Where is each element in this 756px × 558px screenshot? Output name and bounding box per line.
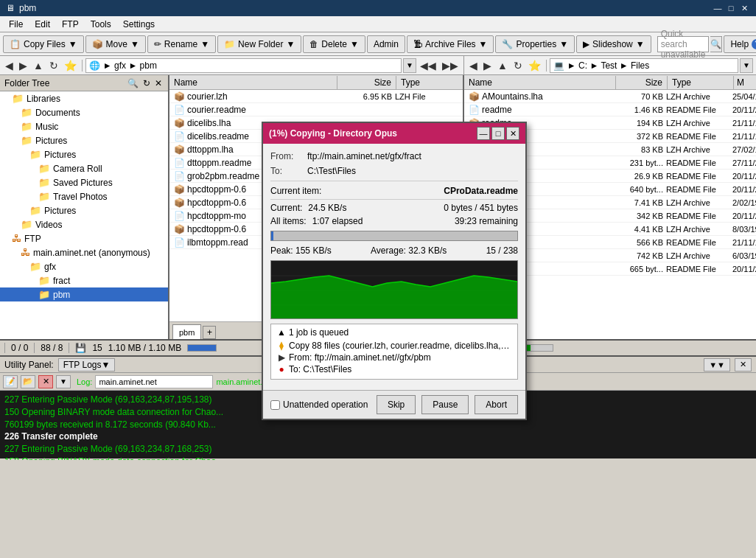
tree-item-pictures-2[interactable]: 📁 Pictures (0, 203, 168, 217)
menu-settings[interactable]: Settings (117, 18, 161, 31)
new-folder-button[interactable]: 📁 New Folder ▼ (217, 35, 301, 53)
left-col-size[interactable]: Size (337, 76, 396, 89)
copy-files-button[interactable]: 📋 Copy Files ▼ (3, 35, 84, 53)
menu-ftp[interactable]: FTP (56, 18, 85, 31)
progress-bar-container (270, 231, 518, 241)
delete-button[interactable]: 🗑 Delete ▼ (303, 35, 365, 53)
left-path-input[interactable]: 🌐 ► gfx ► pbm (85, 58, 402, 73)
util-new-button[interactable]: 📝 (3, 375, 18, 388)
tree-item-gfx[interactable]: 📁 gfx (0, 259, 168, 273)
queue-count: 1 job is queued (289, 327, 349, 338)
left-path-dropdown[interactable]: ▼ (403, 58, 416, 73)
unattended-checkbox[interactable] (270, 400, 280, 410)
dialog-current-item-value: CProData.readme (444, 186, 518, 196)
file-icon: 📄 (174, 237, 185, 248)
tree-item-fract[interactable]: 📁 fract (0, 273, 168, 287)
menu-edit[interactable]: Edit (29, 18, 56, 31)
util-close-button[interactable]: ✕ (735, 358, 752, 372)
slideshow-button[interactable]: ▶ Slideshow ▼ (576, 35, 651, 53)
dialog-restore-button[interactable]: □ (491, 127, 505, 140)
file-icon: 📦 (174, 144, 185, 155)
close-button[interactable]: ✕ (738, 2, 750, 14)
folder-icon: 📁 (29, 149, 41, 160)
move-button[interactable]: 📦 Move ▼ (85, 35, 146, 53)
right-col-extra[interactable]: M (734, 76, 756, 89)
minimize-button[interactable]: — (712, 2, 724, 14)
right-col-size[interactable]: Size (616, 76, 668, 89)
dialog-speed-row: 24.5 KB/s 0 bytes / 451 bytes (308, 203, 518, 213)
right-nav-forward[interactable]: ▶ (481, 60, 494, 72)
dialog-current-speed-row: Current: 24.5 KB/s 0 bytes / 451 bytes (270, 203, 518, 213)
tree-item-videos[interactable]: 📁 Videos (0, 217, 168, 231)
left-nav-btn2[interactable]: ▶▶ (440, 60, 461, 72)
util-collapse-button[interactable]: ▼▼ (704, 358, 730, 372)
tree-item-documents[interactable]: 📁 Documents (0, 105, 168, 119)
list-item[interactable]: 📦AMountains.lha70 KBLZH Archive25/04/199… (464, 90, 756, 103)
tree-close-button[interactable]: ✕ (153, 78, 164, 88)
pause-button[interactable]: Pause (421, 395, 469, 414)
tree-item-pbm[interactable]: 📁 pbm (0, 287, 168, 301)
tree-item-travel-photos[interactable]: 📁 Travel Photos (0, 189, 168, 203)
unattended-checkbox-row: Unattended operation (270, 400, 371, 410)
admin-button[interactable]: Admin (367, 35, 405, 53)
dialog-separator-1 (270, 181, 518, 181)
left-col-name[interactable]: Name (169, 76, 337, 89)
tree-item-music[interactable]: 📁 Music (0, 119, 168, 133)
right-path-dropdown[interactable]: ▼ (740, 58, 753, 73)
left-tab-add[interactable]: + (203, 326, 216, 339)
folder-icon: 📁 (21, 219, 32, 230)
left-nav-refresh[interactable]: ↻ (47, 60, 60, 72)
left-tab-pbm[interactable]: pbm (172, 324, 201, 339)
right-nav-star[interactable]: ⭐ (526, 60, 543, 72)
util-stop-button[interactable]: ✕ (38, 375, 53, 388)
right-nav-up[interactable]: ▲ (495, 60, 510, 72)
util-extra-button[interactable]: ▼ (56, 375, 71, 388)
util-log-dropdown[interactable]: FTP Logs ▼ (58, 358, 116, 372)
rename-button[interactable]: ✏ Rename ▼ (147, 35, 216, 53)
dialog-to-label: To: (270, 166, 307, 176)
left-nav-btn1[interactable]: ◀◀ (418, 60, 438, 72)
util-open-button[interactable]: 📂 (21, 375, 35, 388)
right-col-name[interactable]: Name (464, 76, 616, 89)
right-nav-back[interactable]: ◀ (467, 60, 480, 72)
file-icon: 📦 (174, 198, 185, 208)
skip-button[interactable]: Skip (377, 395, 416, 414)
right-path-icon: 💻 (553, 60, 564, 71)
search-icon-button[interactable]: 🔍 (710, 36, 722, 52)
abort-button[interactable]: Abort (475, 395, 518, 414)
tree-item-pictures-lib[interactable]: 📁 Pictures (0, 133, 168, 147)
tree-search-button[interactable]: 🔍 (126, 78, 140, 88)
dialog-close-button[interactable]: ✕ (506, 127, 519, 140)
file-icon: 📦 (174, 118, 185, 128)
left-nav-forward[interactable]: ▶ (17, 60, 29, 72)
help-icon: ? (752, 39, 756, 49)
properties-button[interactable]: 🔧 Properties ▼ (495, 35, 575, 53)
right-path-input[interactable]: 💻 ► C: ► Test ► Files (550, 58, 738, 73)
tree-item-pictures-sub[interactable]: 📁 Pictures (0, 147, 168, 161)
left-nav-back[interactable]: ◀ (3, 60, 15, 72)
tree-refresh-button[interactable]: ↻ (141, 78, 152, 88)
tree-item-saved-pictures[interactable]: 📁 Saved Pictures (0, 175, 168, 189)
left-nav-up[interactable]: ▲ (31, 60, 46, 72)
help-button[interactable]: Help ? (724, 35, 756, 53)
tree-item-libraries[interactable]: 📁 Libraries (0, 91, 168, 105)
tree-item-ftp[interactable]: 🖧 FTP (0, 231, 168, 245)
right-nav-refresh[interactable]: ↻ (511, 60, 525, 72)
list-item[interactable]: 📄courier.readme (169, 103, 463, 116)
tree-item-camera-roll[interactable]: 📁 Camera Roll (0, 161, 168, 175)
menu-tools[interactable]: Tools (85, 18, 117, 31)
title-bar: 🖥 pbm — □ ✕ (0, 0, 756, 16)
dialog-minimize-button[interactable]: — (477, 127, 490, 140)
tree-header-buttons: 🔍 ↻ ✕ (126, 78, 164, 88)
util-host-input[interactable] (95, 375, 213, 388)
tree-item-ftp-server[interactable]: 🖧 main.aminet.net (anonymous) (0, 245, 168, 259)
left-nav-home[interactable]: ⭐ (62, 60, 79, 72)
left-col-type[interactable]: Type (396, 76, 463, 89)
list-item[interactable]: 📦courier.lzh6.95 KBLZH File (169, 90, 463, 103)
list-item[interactable]: 📄readme1.46 KBREADME File20/11/2005 (464, 103, 756, 116)
right-col-type[interactable]: Type (668, 76, 734, 89)
left-nav: ◀ ▶ ▲ ↻ ⭐ 🌐 ► gfx ► pbm ▼ ◀◀ ▶▶ (0, 56, 464, 74)
archive-files-button[interactable]: 🗜 Archive Files ▼ (407, 35, 494, 53)
maximize-button[interactable]: □ (725, 2, 737, 14)
menu-file[interactable]: File (3, 18, 29, 31)
